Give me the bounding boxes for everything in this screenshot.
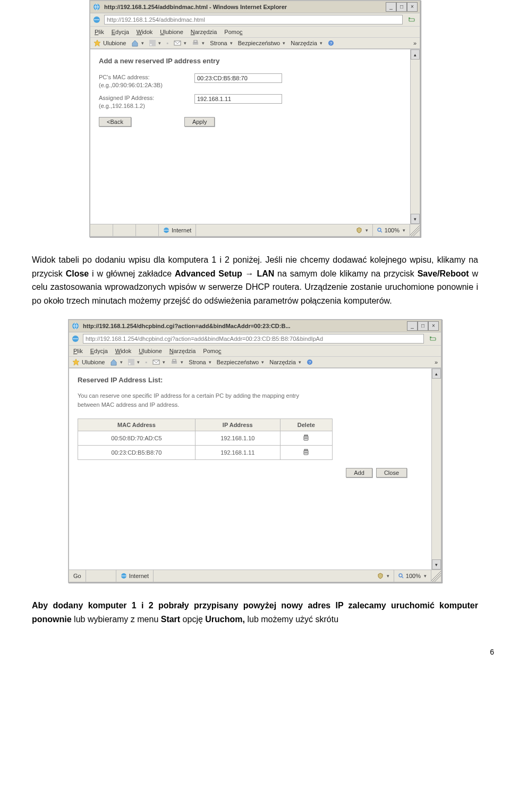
compat-view-icon[interactable] — [427, 333, 439, 344]
menu-plik[interactable]: Plik — [95, 29, 104, 35]
section-heading: Add a new reserved IP address entry — [99, 57, 402, 65]
scroll-down-icon[interactable]: ▾ — [411, 214, 420, 224]
toolbar-overflow[interactable]: » — [435, 359, 438, 365]
page-icon — [92, 15, 101, 24]
ip-label: Assigned IP Address: (e.g.,192.168.1.2) — [99, 94, 194, 111]
close-button[interactable]: Close — [376, 468, 407, 478]
scroll-up-icon[interactable]: ▴ — [411, 49, 420, 60]
svg-rect-31 — [304, 435, 308, 436]
zone-indicator: Internet — [159, 224, 196, 236]
scroll-down-icon[interactable]: ▾ — [432, 559, 441, 570]
menu-widok[interactable]: Widok — [115, 348, 132, 354]
svg-marker-19 — [73, 359, 79, 365]
window-title: http://192.168.1.254/addbindmac.html - W… — [104, 4, 382, 10]
menu-plik[interactable]: Plik — [73, 348, 83, 354]
page-menu[interactable]: Strona▾ — [210, 40, 232, 46]
compat-view-icon[interactable] — [406, 14, 418, 25]
zoom-control[interactable]: 100%▾ — [394, 570, 431, 582]
delete-row-button[interactable] — [302, 450, 310, 457]
favorites-button[interactable]: Ulubione — [72, 358, 105, 366]
home-button[interactable]: ▾ — [110, 358, 123, 366]
scroll-up-icon[interactable]: ▴ — [432, 369, 441, 379]
svg-text:?: ? — [309, 360, 311, 365]
print-button[interactable]: ▾ — [171, 359, 183, 365]
svg-rect-2 — [409, 19, 414, 21]
ip-input[interactable]: 192.168.1.11 — [194, 94, 282, 104]
cell-ip: 192.168.1.10 — [195, 431, 280, 446]
svg-rect-3 — [409, 18, 410, 19]
menu-ulubione[interactable]: Ulubione — [139, 348, 162, 354]
vertical-scrollbar[interactable]: ▴ ▾ — [410, 49, 420, 224]
menu-pomoc[interactable]: Pomoc — [224, 29, 242, 35]
status-bar: Go Internet ▾ 100%▾ — [69, 570, 441, 582]
add-button[interactable]: Add — [346, 468, 372, 478]
resize-grip[interactable] — [410, 224, 420, 236]
window-title: http://192.168.1.254/dhcpbind.cgi?action… — [83, 323, 404, 329]
document-paragraph-2: Aby dodany komputer 1 i 2 pobrały przypi… — [32, 599, 478, 626]
address-input[interactable]: http://192.168.1.254/addbindmac.html — [104, 15, 403, 24]
minimize-button[interactable]: _ — [386, 2, 396, 12]
document-paragraph-1: Widok tabeli po dodaniu wpisu dla komput… — [32, 253, 478, 307]
svg-point-6 — [150, 44, 152, 46]
tools-menu[interactable]: Narzędzia▾ — [269, 359, 301, 365]
list-heading: Reserved IP Address List: — [78, 376, 423, 384]
security-menu[interactable]: Bezpieczeństwo▾ — [238, 40, 286, 46]
menu-narzedzia[interactable]: Narzędzia — [169, 348, 196, 354]
mail-button[interactable]: ▾ — [152, 359, 165, 365]
favorites-button[interactable]: Ulubione — [94, 39, 126, 47]
titlebar[interactable]: http://192.168.1.254/dhcpbind.cgi?action… — [69, 320, 441, 332]
toolbar-overflow[interactable]: » — [413, 40, 416, 46]
svg-marker-4 — [94, 40, 100, 46]
table-row: 00:50:8D:70:AD:C5 192.168.1.10 — [78, 431, 333, 446]
delete-row-button[interactable] — [302, 436, 310, 442]
menu-pomoc[interactable]: Pomoc — [203, 348, 221, 354]
menu-edycja[interactable]: Edycja — [112, 29, 129, 35]
resize-grip[interactable] — [431, 570, 441, 582]
svg-rect-9 — [194, 40, 197, 42]
protected-mode-icon[interactable]: ▾ — [352, 224, 373, 236]
zoom-control[interactable]: 100%▾ — [373, 224, 410, 236]
mac-input[interactable]: 00:23:CD:B5:B8:70 — [194, 73, 282, 83]
feeds-button[interactable]: ▾ — [128, 359, 140, 365]
svg-rect-20 — [128, 359, 134, 365]
print-button[interactable]: ▾ — [192, 40, 205, 46]
protected-mode-icon[interactable]: ▾ — [373, 570, 394, 582]
feeds-button[interactable]: ▾ — [149, 40, 161, 46]
menu-widok[interactable]: Widok — [137, 29, 153, 35]
minimize-button[interactable]: _ — [407, 321, 418, 331]
menu-bar: Plik Edycja Widok Ulubione Narzędzia Pom… — [90, 27, 420, 38]
back-button[interactable]: <Back — [99, 117, 131, 127]
table-row: 00:23:CD:B5:B8:70 192.168.1.11 — [78, 446, 333, 460]
page-menu[interactable]: Strona▾ — [189, 359, 211, 365]
apply-button[interactable]: Apply — [184, 117, 215, 127]
page-icon — [71, 334, 80, 343]
ie-window-reserved-list: http://192.168.1.254/dhcpbind.cgi?action… — [68, 319, 442, 583]
svg-rect-5 — [149, 40, 156, 46]
close-window-button[interactable]: × — [407, 2, 418, 12]
address-input[interactable]: http://192.168.1.254/dhcpbind.cgi?action… — [83, 334, 424, 344]
menu-ulubione[interactable]: Ulubione — [160, 29, 183, 35]
list-description: You can reserve one specific IP address … — [78, 391, 423, 409]
help-button[interactable]: ? — [307, 359, 313, 365]
svg-rect-17 — [430, 338, 436, 340]
maximize-button[interactable]: □ — [396, 2, 407, 12]
svg-rect-8 — [193, 42, 198, 45]
mail-button[interactable]: ▾ — [174, 40, 186, 46]
svg-point-21 — [129, 363, 131, 365]
close-window-button[interactable]: × — [428, 321, 439, 331]
reserved-ip-table: MAC Address IP Address Delete 00:50:8D:7… — [78, 418, 333, 460]
cell-mac: 00:50:8D:70:AD:C5 — [78, 431, 196, 446]
menu-narzedzia[interactable]: Narzędzia — [191, 29, 217, 35]
vertical-scrollbar[interactable]: ▴ ▾ — [431, 369, 441, 570]
security-menu[interactable]: Bezpieczeństwo▾ — [217, 359, 265, 365]
home-button[interactable]: ▾ — [131, 39, 144, 47]
help-button[interactable]: ? — [328, 40, 334, 46]
toolbar: Ulubione ▾ ▾ ▪ ▾ ▾ Strona▾ Bezpieczeństw… — [90, 38, 420, 49]
zone-indicator: Internet — [116, 570, 154, 582]
col-ip: IP Address — [195, 419, 280, 431]
maximize-button[interactable]: □ — [418, 321, 428, 331]
titlebar[interactable]: http://192.168.1.254/addbindmac.html - W… — [90, 1, 420, 13]
menu-bar: Plik Edycja Widok Ulubione Narzędzia Pom… — [69, 346, 441, 357]
tools-menu[interactable]: Narzędzia▾ — [291, 40, 322, 46]
menu-edycja[interactable]: Edycja — [90, 348, 108, 354]
